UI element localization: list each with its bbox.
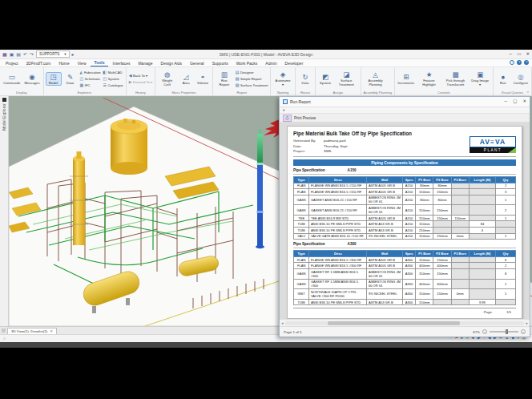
view-tab-menu-icon[interactable]: [2, 328, 6, 332]
close-button[interactable]: ✕: [526, 52, 530, 57]
scrollbar-thumb[interactable]: [328, 321, 459, 325]
back-to-button[interactable]: ◀Back To ▾: [128, 73, 154, 79]
forward-to-icon: ▶: [129, 80, 132, 84]
system-button[interactable]: ◩System: [317, 72, 333, 87]
tab-admin[interactable]: Admin: [261, 60, 280, 67]
tab-supports[interactable]: Supports: [208, 60, 232, 67]
zoom-slider[interactable]: [506, 329, 508, 334]
column-header-p3-bore: P3 Bore: [451, 250, 469, 256]
title-bar: ▦▣▤↶↷ SUPPORTS ▾ ▸ SMS | UDE-ENG-F002 | …: [0, 50, 532, 59]
weight-cog-button[interactable]: ◍Weight CoG: [157, 70, 177, 87]
commands-button[interactable]: ▭Commands: [2, 72, 22, 87]
group-label-history: History: [127, 90, 155, 95]
ifc-icon: ▦: [80, 83, 84, 87]
redo-icon[interactable]: ↷: [30, 52, 34, 57]
forward-to-button[interactable]: ▶Forward To ▾: [128, 79, 154, 85]
feature-highlight-button[interactable]: ★Feature Highlight: [416, 70, 441, 87]
model-button[interactable]: ◳Model: [46, 72, 62, 87]
report-dialog-icon: [283, 99, 288, 104]
assembly-planning-button[interactable]: ◬Assembly Planning: [363, 70, 389, 87]
dialog-minimize-button[interactable]: ─: [504, 99, 507, 104]
save-icon[interactable]: ▣: [10, 52, 14, 57]
dialog-close-button[interactable]: ✕: [522, 99, 526, 104]
zoom-in-button[interactable]: +: [521, 329, 526, 334]
tab-tools[interactable]: Tools: [91, 59, 109, 67]
view-tab-3dview[interactable]: 3D View(1)- Drawlist(1) ✕: [7, 328, 57, 334]
panel-pin-icon[interactable]: [2, 98, 6, 102]
quick-access-toolbar: ▦▣▤↶↷: [2, 52, 34, 57]
app-logo-icon[interactable]: ▦: [2, 52, 7, 57]
tab-interfaces[interactable]: Interfaces: [108, 60, 134, 67]
catalogue-button[interactable]: ☰Catalogue: [103, 83, 124, 88]
table-row: FLANFLANGE WN ANSI B16.5 #150 RFASTM A10…: [294, 189, 516, 195]
scroll-left-icon[interactable]: ◂: [281, 320, 284, 325]
configure-button[interactable]: ◎Configure: [512, 72, 530, 87]
dialog-title-bar[interactable]: Run Report ─ ▢ ✕: [280, 97, 530, 107]
autoname-button[interactable]: ◈Autoname ▾: [272, 70, 293, 87]
info-icon[interactable]: ?: [524, 60, 529, 65]
search-icon[interactable]: ⌕: [3, 336, 6, 341]
storage-tank: [111, 119, 147, 175]
data-button[interactable]: ↻Data: [297, 72, 313, 87]
tab-project[interactable]: Project: [2, 60, 22, 67]
tab-developer[interactable]: Developer: [281, 60, 308, 67]
run-report-button[interactable]: ▥Run Report: [215, 70, 234, 87]
print-preview-area[interactable]: Pipe Material Bulk Take Off by Pipe Spec…: [280, 123, 530, 319]
ifc-button[interactable]: ▦IFC: [79, 83, 102, 88]
volume-button[interactable]: ◓Volume: [195, 72, 211, 87]
model-explorer-tab[interactable]: Model Explorer: [0, 96, 9, 326]
print-preview-icon[interactable]: ⎙: [283, 115, 292, 122]
supports-dropdown[interactable]: SUPPORTS ▾: [36, 50, 70, 58]
scroll-right-icon[interactable]: ▸: [526, 320, 528, 325]
schematic-button[interactable]: ◫Schematic: [79, 76, 102, 82]
restore-button[interactable]: ▭: [517, 52, 521, 57]
display-icon[interactable]: ▤: [16, 52, 21, 57]
group-label-report: Report: [214, 90, 269, 95]
column-header-p2-bore: P2 Bore: [433, 250, 451, 256]
tab-design-aids[interactable]: Design Aids: [157, 60, 186, 67]
surface-treatment-button[interactable]: ◪Surface Treatment: [334, 70, 359, 87]
model-explorer-label: Model Explorer: [2, 103, 6, 131]
report-title: Pipe Material Bulk Take Off by Pipe Spec…: [293, 131, 516, 136]
ribbon-group-assign: ◩System◪Surface TreatmentAssign: [316, 67, 361, 95]
area-button[interactable]: ◿Area: [178, 72, 194, 87]
bottom-strip: [0, 342, 532, 348]
chevron-down-icon[interactable]: ▾: [283, 108, 284, 112]
pipe-spec-table-a150: TypeDescMatlSpecP1 BoreP2 BoreP3 BoreLen…: [293, 176, 516, 240]
pick-through-translucent-button[interactable]: ▩Pick through Translucent: [442, 70, 468, 87]
minimize-button[interactable]: ─: [509, 52, 512, 57]
sync-icon[interactable]: ◔: [510, 60, 514, 65]
designer-button[interactable]: ▤Designer: [235, 70, 269, 75]
tab-general[interactable]: General: [186, 60, 208, 67]
ribbon-collapse-icon[interactable]: ⌃: [526, 91, 530, 95]
simple-report-button[interactable]: ▧Simple Report: [235, 76, 269, 82]
tab-home[interactable]: Home: [54, 60, 73, 67]
dialog-maximize-button[interactable]: ▢: [513, 99, 517, 104]
drag-image-button[interactable]: ▣Drag Image ▾: [469, 70, 490, 87]
tab-work-packs[interactable]: Work Packs: [232, 60, 262, 67]
help-icon[interactable]: ?: [517, 60, 522, 65]
horizontal-scrollbar[interactable]: ◂ ▸: [280, 319, 530, 326]
report-banner: Piping Components by Specification: [293, 159, 516, 166]
undo-icon[interactable]: ↶: [23, 52, 27, 57]
group-label-mass-properties: Mass Properties: [156, 90, 212, 95]
draw-button[interactable]: ✎Draw: [62, 72, 79, 87]
tab-3dfindit-com[interactable]: 3DFindIT.com: [22, 60, 55, 67]
zoom-level: 87%: [473, 330, 480, 334]
increments-button[interactable]: ⊞Increments: [397, 72, 415, 87]
close-view-icon[interactable]: ✕: [50, 329, 53, 333]
table-row: VALVVALVE GATE ANSI B16.10 #150 RF9% NIC…: [294, 233, 516, 240]
system-button[interactable]: ◰System: [103, 76, 124, 82]
multicad-button[interactable]: ◧MultiCAD: [103, 70, 124, 75]
supports-dropdown-value: SUPPORTS: [39, 52, 59, 56]
fabrication-button[interactable]: ◭Fabrication: [79, 70, 102, 75]
more-icon[interactable]: ▸: [72, 52, 75, 57]
tab-manage[interactable]: Manage: [134, 60, 156, 67]
surface-treatment-button[interactable]: ▨Surface Treatment: [235, 83, 269, 88]
run-button[interactable]: ●Run: [495, 72, 511, 87]
zoom-out-button[interactable]: −: [482, 329, 487, 334]
page-indicator: Page 1 of 5: [284, 330, 301, 334]
tab-view[interactable]: View: [74, 60, 91, 67]
report-page: Pipe Material Bulk Take Off by Pipe Spec…: [287, 126, 522, 319]
messages-button[interactable]: ◉Messages: [22, 72, 41, 87]
